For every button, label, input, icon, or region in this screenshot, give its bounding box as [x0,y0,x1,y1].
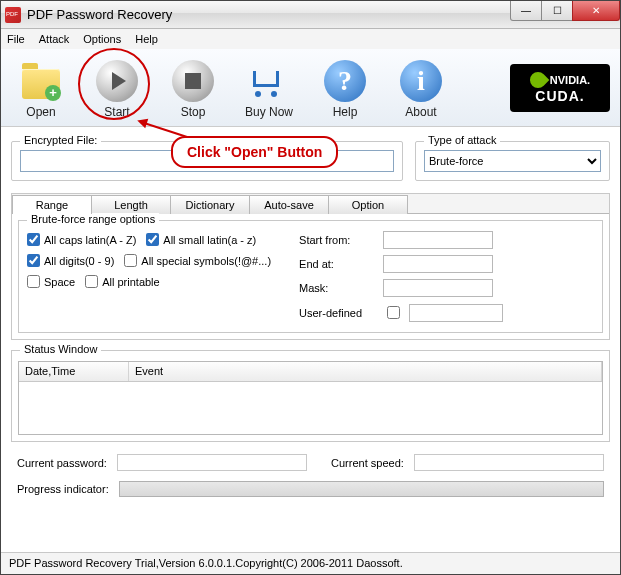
open-button[interactable]: + Open [11,57,71,119]
annotation-callout: Click "Open" Button [171,136,338,168]
attack-type-select[interactable]: Brute-force [424,150,601,172]
start-from-input[interactable] [383,231,493,249]
titlebar: PDF Password Recovery — ☐ ✕ [1,1,620,29]
chk-caps[interactable]: All caps latin(A - Z) [27,233,136,246]
help-button[interactable]: ? Help [315,57,375,119]
buynow-button[interactable]: Buy Now [239,57,299,119]
menubar: File Attack Options Help [1,29,620,49]
user-defined-label: User-defined [299,307,377,319]
status-window-title: Status Window [20,343,101,355]
current-password-value [117,454,307,471]
chk-digits[interactable]: All digits(0 - 9) [27,254,114,267]
tab-autosave[interactable]: Auto-save [249,195,329,214]
window-title: PDF Password Recovery [27,7,172,22]
brute-inputs: Start from: End at: Mask: User-defined [299,229,503,322]
stop-button[interactable]: Stop [163,57,223,119]
mask-input[interactable] [383,279,493,297]
user-defined-input[interactable] [409,304,503,322]
toolbar: + Open Start Stop Buy Now ? Help i About… [1,49,620,127]
status-grid-header: Date,Time Event [19,362,602,382]
col-datetime[interactable]: Date,Time [19,362,129,381]
buynow-label: Buy Now [245,105,293,119]
about-button[interactable]: i About [391,57,451,119]
end-at-input[interactable] [383,255,493,273]
cuda-badge: NVIDIA. CUDA. [510,64,610,112]
app-icon [5,7,21,23]
start-button[interactable]: Start [87,57,147,119]
tab-header: Range Length Dictionary Auto-save Option [12,194,609,213]
main-area: Encrypted File: Type of attack Brute-for… [1,127,620,499]
tab-range[interactable]: Range [12,195,92,214]
end-at-label: End at: [299,258,377,270]
help-icon: ? [323,59,367,103]
progress-label: Progress indicator: [17,483,109,495]
stop-icon [171,59,215,103]
chk-printable[interactable]: All printable [85,275,159,288]
status-grid[interactable]: Date,Time Event [18,361,603,435]
minimize-button[interactable]: — [510,1,542,21]
open-label: Open [26,105,55,119]
current-speed-value [414,454,604,471]
window-controls: — ☐ ✕ [511,1,620,21]
mask-label: Mask: [299,282,377,294]
options-tabs: Range Length Dictionary Auto-save Option… [11,193,610,340]
chk-symbols[interactable]: All special symbols(!@#...) [124,254,271,267]
about-label: About [405,105,436,119]
progress-row: Progress indicator: [11,481,610,497]
menu-help[interactable]: Help [135,33,158,45]
play-icon [95,59,139,103]
current-speed-label: Current speed: [331,457,404,469]
start-label: Start [104,105,129,119]
menu-file[interactable]: File [7,33,25,45]
brute-force-group: Brute-force range options All caps latin… [18,220,603,333]
nvidia-brand: NVIDIA. [550,74,590,86]
menu-options[interactable]: Options [83,33,121,45]
current-password-label: Current password: [17,457,107,469]
help-label: Help [333,105,358,119]
chk-small[interactable]: All small latin(a - z) [146,233,256,246]
menu-attack[interactable]: Attack [39,33,70,45]
folder-open-icon: + [19,59,63,103]
brute-force-title: Brute-force range options [27,213,159,225]
maximize-button[interactable]: ☐ [541,1,573,21]
charset-checks: All caps latin(A - Z) All small latin(a … [27,229,271,322]
status-bar: PDF Password Recovery Trial,Version 6.0.… [1,552,620,574]
current-info-row: Current password: Current speed: [11,454,610,471]
status-window-group: Status Window Date,Time Event [11,350,610,442]
col-event[interactable]: Event [129,362,602,381]
encrypted-file-label: Encrypted File: [20,134,101,146]
close-button[interactable]: ✕ [572,1,620,21]
tab-option[interactable]: Option [328,195,408,214]
cart-icon [247,59,291,103]
attack-type-group: Type of attack Brute-force [415,141,610,181]
user-defined-checkbox[interactable] [387,306,400,319]
cuda-product: CUDA. [535,88,584,104]
stop-label: Stop [181,105,206,119]
tab-length[interactable]: Length [91,195,171,214]
tab-body-range: Brute-force range options All caps latin… [12,213,609,339]
tab-dictionary[interactable]: Dictionary [170,195,250,214]
chk-space[interactable]: Space [27,275,75,288]
info-icon: i [399,59,443,103]
start-from-label: Start from: [299,234,377,246]
progress-bar [119,481,604,497]
attack-type-label: Type of attack [424,134,500,146]
